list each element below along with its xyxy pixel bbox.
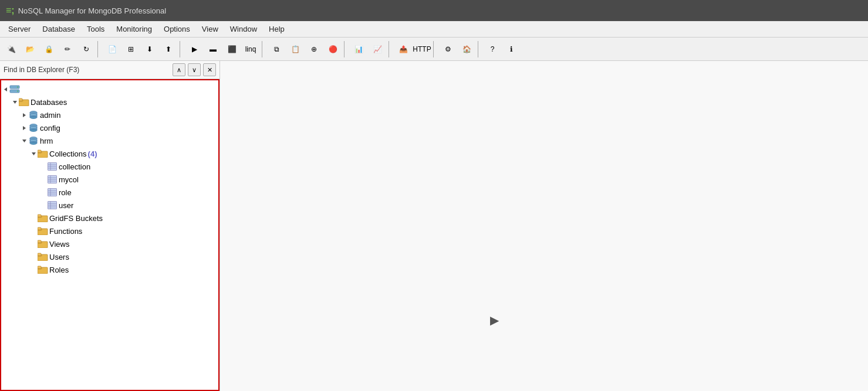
help-icon[interactable]: ? xyxy=(484,40,501,58)
tree-node-roles[interactable]: Roles xyxy=(1,263,218,276)
menu-item-server[interactable]: Server xyxy=(2,22,36,36)
paste-icon[interactable]: 📋 xyxy=(286,40,304,58)
svg-marker-15 xyxy=(23,126,26,130)
find-down-button[interactable]: ∨ xyxy=(188,63,201,76)
tree-icon-config xyxy=(28,123,39,132)
menu-item-help[interactable]: Help xyxy=(263,22,291,36)
monitor-icon[interactable]: 📊 xyxy=(350,40,367,58)
http-icon[interactable]: HTTP xyxy=(413,40,431,58)
copy-icon[interactable]: ⧉ xyxy=(268,40,285,58)
tree-arrow-collections[interactable] xyxy=(29,151,38,157)
open-icon[interactable]: 📂 xyxy=(21,40,39,58)
tree-node-user[interactable]: user xyxy=(1,199,218,212)
tree-arrow-databases[interactable] xyxy=(11,100,19,105)
tree-node-mycol[interactable]: mycol xyxy=(1,173,218,186)
tree-arrow-server[interactable] xyxy=(1,87,9,92)
clone-icon[interactable]: ⊕ xyxy=(305,40,323,58)
toolbar-separator-6 xyxy=(478,41,481,57)
tree-icon-admin xyxy=(28,110,39,120)
tree-label-databases: Databases xyxy=(31,98,67,107)
menu-item-view[interactable]: View xyxy=(196,22,224,36)
svg-rect-53 xyxy=(38,215,41,217)
tree-node-hrm[interactable]: hrm xyxy=(1,134,218,147)
query-icon[interactable]: ⬛ xyxy=(223,40,241,58)
tree-label-mycol: mycol xyxy=(59,175,79,184)
tree-icon-views xyxy=(38,239,48,249)
tree-label-functions: Functions xyxy=(49,227,82,236)
svg-rect-65 xyxy=(38,266,41,268)
app-logo: ≡; xyxy=(6,5,15,16)
tree-node-gridfs[interactable]: GridFS Buckets xyxy=(1,212,218,225)
svg-point-4 xyxy=(17,91,18,92)
tree-icon-hrm xyxy=(28,136,39,145)
import-icon[interactable]: ⬇ xyxy=(141,40,158,58)
svg-point-3 xyxy=(17,87,18,88)
find-close-button[interactable]: ✕ xyxy=(203,63,216,76)
svg-marker-9 xyxy=(23,113,26,117)
disconnect-icon[interactable]: 🔒 xyxy=(40,40,58,58)
tree-arrow-hrm[interactable] xyxy=(20,138,28,144)
tree-node-collection[interactable]: collection xyxy=(1,160,218,173)
menu-item-options[interactable]: Options xyxy=(158,22,196,36)
tree-node-config[interactable]: config xyxy=(1,121,218,134)
tree-icon-databases xyxy=(19,97,29,107)
tree-node-views[interactable]: Views xyxy=(1,237,218,250)
tree-label-roles: Roles xyxy=(49,266,69,274)
run-icon[interactable]: 🔴 xyxy=(324,40,342,58)
edit-icon[interactable]: ✏ xyxy=(59,40,76,58)
new-doc-icon[interactable]: 📄 xyxy=(103,40,121,58)
toolbar-separator-1 xyxy=(180,41,183,57)
find-bar: Find in DB Explorer (F3) ∧ ∨ ✕ xyxy=(0,61,219,79)
tree-node-databases[interactable]: Databases xyxy=(1,96,218,108)
find-label: Find in DB Explorer (F3) xyxy=(4,66,170,74)
tree-label-views: Views xyxy=(49,240,69,249)
menu-item-database[interactable]: Database xyxy=(36,22,81,36)
home-icon[interactable]: 🏠 xyxy=(458,40,475,58)
toolbar: 🔌📂🔒✏↻📄⊞⬇⬆▶▬⬛linq⧉📋⊕🔴📊📈📤HTTP⚙🏠?ℹ xyxy=(0,38,868,61)
toolbar-separator-0 xyxy=(97,41,101,57)
grid-icon2[interactable]: ⊞ xyxy=(122,40,140,58)
tree-icon-collection xyxy=(47,162,58,171)
tree-node-server[interactable] xyxy=(1,83,218,96)
tree-label-users: Users xyxy=(49,253,69,261)
db-explorer-tree: Databases admin config hrm Collections (… xyxy=(0,79,219,391)
svg-rect-59 xyxy=(38,240,41,243)
export-icon[interactable]: ⬆ xyxy=(160,40,177,58)
linq-icon[interactable]: linq xyxy=(242,40,259,58)
menu-item-window[interactable]: Window xyxy=(224,22,263,36)
menu-item-monitoring[interactable]: Monitoring xyxy=(110,22,158,36)
export2-icon[interactable]: 📤 xyxy=(394,40,412,58)
tree-label-gridfs: GridFS Buckets xyxy=(49,214,103,223)
chart-icon[interactable]: 📈 xyxy=(369,40,386,58)
tree-arrow-config[interactable] xyxy=(20,125,28,131)
tree-node-functions[interactable]: Functions xyxy=(1,225,218,237)
settings-icon[interactable]: ⚙ xyxy=(439,40,457,58)
tree-node-collections[interactable]: Collections (4) xyxy=(1,147,218,160)
tree-icon-collections xyxy=(38,149,48,158)
left-panel: Find in DB Explorer (F3) ∧ ∨ ✕ Databases… xyxy=(0,61,220,391)
toolbar-separator-5 xyxy=(433,41,437,57)
tree-node-users[interactable]: Users xyxy=(1,250,218,263)
connect-icon[interactable]: 🔌 xyxy=(2,40,20,58)
tree-node-role[interactable]: role xyxy=(1,186,218,199)
tree-icon-users xyxy=(38,252,48,261)
right-panel: ▶ xyxy=(220,61,868,391)
menu-item-tools[interactable]: Tools xyxy=(81,22,110,36)
tree-node-admin[interactable]: admin xyxy=(1,108,218,121)
tree-icon-server xyxy=(9,84,20,94)
svg-marker-0 xyxy=(4,87,7,91)
refresh-icon[interactable]: ↻ xyxy=(77,40,95,58)
tree-arrow-admin[interactable] xyxy=(20,113,28,118)
tree-label-role: role xyxy=(59,188,72,197)
tree-icon-user xyxy=(47,200,58,210)
terminal-icon[interactable]: ▬ xyxy=(204,40,222,58)
tree-count-collections: (4) xyxy=(88,149,97,158)
svg-marker-21 xyxy=(22,140,26,142)
script-icon[interactable]: ▶ xyxy=(185,40,203,58)
tree-icon-role xyxy=(47,188,58,197)
tree-icon-mycol xyxy=(47,175,58,184)
svg-rect-30 xyxy=(38,150,41,152)
info-icon[interactable]: ℹ xyxy=(502,40,520,58)
tree-label-collection: collection xyxy=(59,162,90,171)
find-up-button[interactable]: ∧ xyxy=(173,63,185,76)
